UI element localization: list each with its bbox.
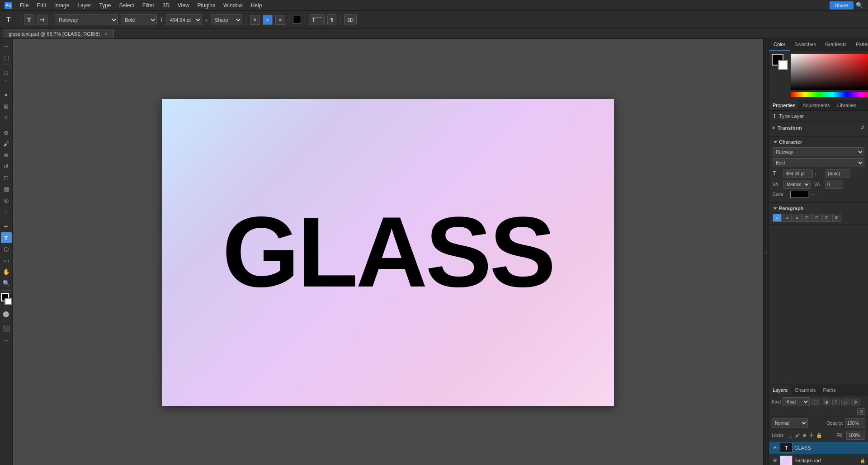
color-bg-swatch[interactable] [778,60,788,70]
align-left-btn[interactable]: ≡ [250,15,260,25]
para-justify-center[interactable]: ⊟ [812,214,821,222]
char-kerning-input[interactable] [825,180,843,189]
menu-3d[interactable]: 3D [159,1,173,9]
para-justify-all[interactable]: ⊞ [832,214,841,222]
channels-tab[interactable]: Channels [791,385,819,395]
char-color-swatch[interactable] [790,191,808,198]
artboard-tool[interactable]: ⬚ [1,52,12,63]
stamp-tool[interactable]: ⊗ [1,150,12,160]
path-select-tool[interactable]: ⬡ [1,244,12,254]
menu-window[interactable]: Window [220,1,246,9]
char-font-family-select[interactable]: Raleway [773,147,864,156]
search-icon[interactable]: 🔍 [854,0,864,10]
menu-file[interactable]: File [16,1,32,9]
canvas-area[interactable]: GLASS [13,39,763,465]
quick-mask-btn[interactable]: ⬤ [1,308,12,319]
transform-refresh[interactable]: ↺ [860,125,864,131]
panel-collapse-handle[interactable]: ‹ [763,39,769,465]
libraries-tab[interactable]: Libraries [834,100,860,110]
paragraph-header[interactable]: Paragraph [773,206,864,211]
dodge-tool[interactable]: ○ [1,206,12,217]
crop-tool[interactable]: ⊠ [1,101,12,112]
layer-kind-select[interactable]: Kind [783,397,810,406]
rectangle-tool[interactable]: ▭ [1,255,12,266]
blur-tool[interactable]: ◎ [1,195,12,206]
transform-header[interactable]: Transform ↺ [773,125,864,131]
lasso-tool[interactable]: ⌒ [1,78,12,89]
anti-alias-select[interactable]: Sharp [211,14,242,25]
lock-transparent-icon[interactable]: ⬚ [788,432,792,438]
menu-filter[interactable]: Filter [139,1,158,9]
layer-item-background[interactable]: 👁 Background 🔒 [769,454,868,465]
lock-image-icon[interactable]: 🖌 [795,432,800,438]
spot-heal-tool[interactable]: ⊕ [1,127,12,138]
lock-artboard-icon[interactable]: ⊕ [802,432,807,438]
adjustments-tab[interactable]: Adjustments [799,100,834,110]
layer-visibility-bg[interactable]: 👁 [772,457,778,464]
extras-btn[interactable]: ··· [1,334,12,345]
para-align-left[interactable]: ≡ [773,214,782,222]
menu-edit[interactable]: Edit [33,1,50,9]
lock-all-icon[interactable]: 🔒 [816,432,822,438]
text-color-swatch[interactable] [293,16,301,24]
char-leading-input[interactable] [826,169,850,178]
gradients-tab[interactable]: Gradients [821,39,851,51]
background-color[interactable] [5,298,12,305]
gradient-tool[interactable]: ▦ [1,183,12,194]
toggle-3d-btn[interactable]: 3D [344,14,357,25]
font-style-select[interactable]: Bold [121,14,157,25]
move-tool[interactable]: ⊹ [1,41,12,52]
menu-type[interactable]: Type [95,1,114,9]
swatches-tab[interactable]: Swatches [790,39,821,51]
paths-tab[interactable]: Paths [820,385,840,395]
menu-select[interactable]: Select [115,1,137,9]
font-family-select[interactable]: Raleway [55,14,118,25]
quick-select-tool[interactable]: ✦ [1,89,12,100]
file-tab-close[interactable]: × [103,31,109,37]
zoom-tool[interactable]: 🔍 [1,277,12,288]
pen-tool[interactable]: ✒ [1,221,12,232]
filter-smart-btn[interactable]: ⊚ [851,399,859,405]
align-center-btn[interactable]: ≡ [263,15,273,25]
char-more-btn[interactable]: ··· [810,191,816,198]
history-brush-tool[interactable]: ↺ [1,161,12,172]
menu-help[interactable]: Help [247,1,266,9]
brush-tool[interactable]: 🖌 [1,138,12,149]
blend-mode-select[interactable]: Normal [772,418,808,427]
para-align-right[interactable]: ≡ [793,214,802,222]
character-header[interactable]: Character [773,139,864,145]
text-tool-icon[interactable]: T [4,14,16,25]
menu-layer[interactable]: Layer [74,1,94,9]
menu-plugins[interactable]: Plugins [194,1,219,9]
screen-mode-btn[interactable]: ⬛ [1,323,12,334]
filter-adjust-btn[interactable]: ◑ [822,399,830,405]
type-tool[interactable]: T [1,232,12,243]
vertical-type-btn[interactable]: T [37,14,47,25]
marquee-tool[interactable]: □ [1,67,12,78]
char-font-size-input[interactable] [783,169,813,178]
layer-visibility-glass[interactable]: 👁 [772,445,778,451]
eyedropper-tool[interactable]: ⌗ [1,112,12,123]
layer-item-glass[interactable]: 👁 T GLASS [769,442,868,454]
menu-view[interactable]: View [174,1,193,9]
color-tab[interactable]: Color [769,39,790,51]
file-tab[interactable]: glass text.psd @ 66.7% (GLASS, RGB/8) × [4,29,114,38]
properties-tab[interactable]: Properties [769,100,799,110]
menu-image[interactable]: Image [51,1,73,9]
lock-position-icon[interactable]: ✛ [809,432,813,438]
char-font-style-select[interactable]: Bold [773,158,864,167]
filter-type-btn[interactable]: T [832,399,840,405]
toggle-char-para-btn[interactable]: ¶ [327,14,336,25]
color-gradient[interactable] [791,54,868,90]
filter-shape-btn[interactable]: ◻ [841,399,849,405]
para-align-center[interactable]: ≡ [783,214,792,222]
filter-pixel-btn[interactable]: ⬚ [811,399,820,405]
layers-tab[interactable]: Layers [769,385,791,395]
warp-text-btn[interactable]: T⌒ [309,14,325,25]
hand-tool[interactable]: ✋ [1,266,12,277]
patterns-tab[interactable]: Patterns [851,39,868,51]
horizontal-type-btn[interactable]: T [24,14,34,25]
font-size-select[interactable]: 494.64 pt [166,14,202,25]
align-right-btn[interactable]: ≡ [275,15,285,25]
para-justify-left[interactable]: ⊟ [802,214,811,222]
